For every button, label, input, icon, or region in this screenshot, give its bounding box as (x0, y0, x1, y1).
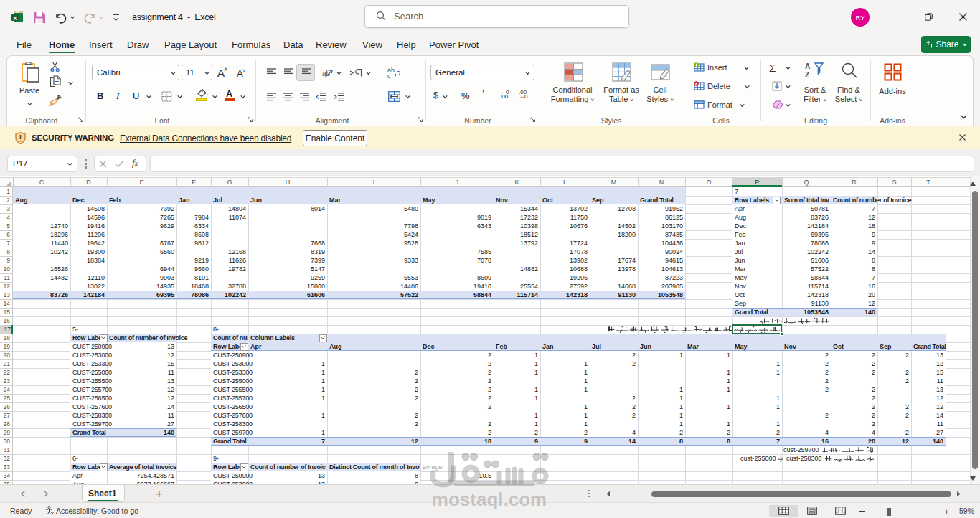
svg-text:c: c (387, 72, 391, 79)
svg-text:A: A (805, 62, 810, 70)
svg-text:Z: Z (805, 71, 809, 79)
svg-text:X: X (13, 15, 17, 22)
